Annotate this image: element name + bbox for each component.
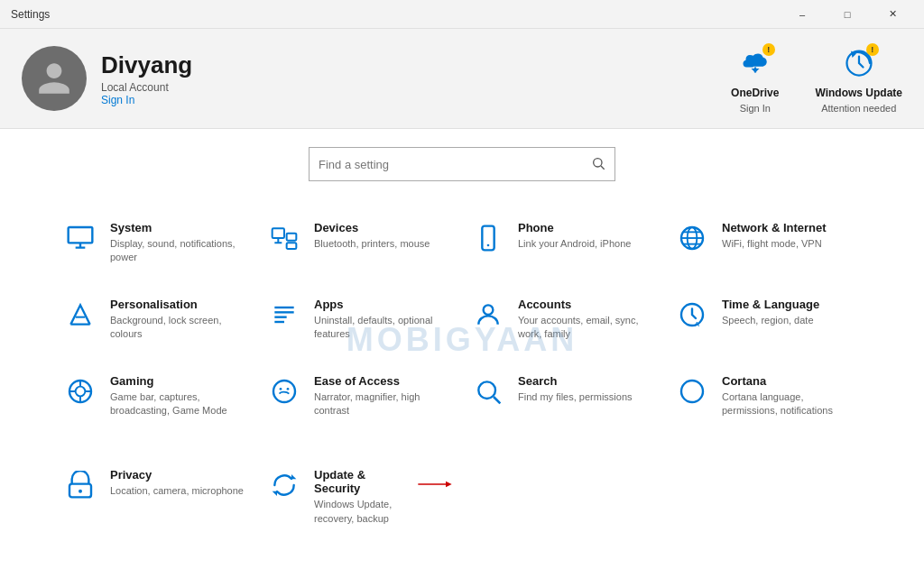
setting-item-network[interactable]: Network & Internet WiFi, flight mode, VP… <box>666 205 870 281</box>
time-text: Time & Language Speech, region, date <box>722 298 819 327</box>
search-title: Search <box>518 374 633 388</box>
close-button[interactable]: ✕ <box>872 0 913 29</box>
gaming-title: Gaming <box>110 374 249 388</box>
svg-point-33 <box>681 381 703 402</box>
minimize-button[interactable]: – <box>781 0 823 29</box>
update-arrow <box>417 475 453 493</box>
user-section: Divyang Local Account Sign In <box>22 46 192 111</box>
svg-point-29 <box>280 388 282 390</box>
apps-text: Apps Uninstall, defaults, optional featu… <box>314 298 453 342</box>
ease-title: Ease of Access <box>314 374 453 388</box>
phone-desc: Link your Android, iPhone <box>518 237 631 251</box>
svg-point-1 <box>594 158 602 166</box>
privacy-desc: Location, camera, microphone <box>110 484 244 498</box>
cortana-desc: Cortana language, permissions, notificat… <box>722 390 861 418</box>
devices-desc: Bluetooth, printers, mouse <box>314 237 430 251</box>
setting-item-search[interactable]: Search Find my files, permissions <box>462 358 666 435</box>
system-icon <box>63 221 97 255</box>
network-title: Network & Internet <box>722 221 827 234</box>
gaming-desc: Game bar, captures, broadcasting, Game M… <box>110 390 249 418</box>
svg-text:A: A <box>695 320 700 328</box>
search-desc: Find my files, permissions <box>518 390 633 404</box>
apps-icon <box>267 298 301 332</box>
update-title: Update & Security <box>314 468 397 495</box>
maximize-button[interactable]: □ <box>827 0 868 29</box>
setting-item-ease[interactable]: Ease of Access Narrator, magnifier, high… <box>258 358 462 435</box>
svg-rect-3 <box>69 227 93 243</box>
ease-icon <box>267 374 301 408</box>
user-name: Divyang <box>101 51 192 79</box>
search-box <box>309 147 615 181</box>
user-info: Divyang Local Account Sign In <box>101 51 192 106</box>
devices-title: Devices <box>314 221 430 234</box>
svg-point-19 <box>484 305 494 315</box>
cortana-icon <box>675 374 709 408</box>
windows-update-badge: ! <box>866 43 879 56</box>
accounts-desc: Your accounts, email, sync, work, family <box>518 314 657 342</box>
phone-icon <box>471 221 505 255</box>
apps-desc: Uninstall, defaults, optional features <box>314 314 453 342</box>
time-desc: Speech, region, date <box>722 314 819 327</box>
setting-item-accounts[interactable]: Accounts Your accounts, email, sync, wor… <box>462 281 666 358</box>
cortana-text: Cortana Cortana language, permissions, n… <box>722 374 861 418</box>
onedrive-sublabel: Sign In <box>740 103 771 114</box>
accounts-icon <box>471 298 505 332</box>
personalisation-icon <box>63 298 97 332</box>
update-desc: Windows Update, recovery, backup <box>314 498 397 526</box>
windows-update-icon-wrap: ! <box>839 43 879 83</box>
setting-item-apps[interactable]: Apps Uninstall, defaults, optional featu… <box>258 281 462 358</box>
bottom-row: Privacy Location, camera, microphone Upd… <box>0 443 924 551</box>
setting-item-phone[interactable]: Phone Link your Android, iPhone <box>462 205 666 281</box>
svg-rect-5 <box>287 234 297 241</box>
sign-in-link[interactable]: Sign In <box>101 94 192 106</box>
accounts-text: Accounts Your accounts, email, sync, wor… <box>518 298 657 342</box>
setting-item-gaming[interactable]: Gaming Game bar, captures, broadcasting,… <box>54 358 258 435</box>
svg-line-32 <box>494 397 500 403</box>
network-desc: WiFi, flight mode, VPN <box>722 237 827 251</box>
header-services: ! OneDrive Sign In ! Windows Update Atte… <box>731 43 902 114</box>
app-title: Settings <box>11 8 50 21</box>
settings-grid: System Display, sound, notifications, po… <box>0 196 924 443</box>
windows-update-service[interactable]: ! Windows Update Attention needed <box>815 43 902 114</box>
windows-update-label: Windows Update <box>815 87 902 99</box>
svg-marker-36 <box>291 474 296 479</box>
svg-rect-7 <box>482 226 494 251</box>
setting-item-devices[interactable]: Devices Bluetooth, printers, mouse <box>258 205 462 281</box>
gaming-text: Gaming Game bar, captures, broadcasting,… <box>110 374 249 418</box>
onedrive-label: OneDrive <box>731 87 779 99</box>
search-icon <box>471 374 505 408</box>
main-content: MOBIGYAAN System Display, sound, notific… <box>0 129 924 551</box>
search-input[interactable] <box>319 158 591 171</box>
setting-item-privacy[interactable]: Privacy Location, camera, microphone <box>54 452 258 542</box>
setting-item-system[interactable]: System Display, sound, notifications, po… <box>54 205 258 281</box>
window-controls: – □ ✕ <box>781 0 913 29</box>
time-icon: A <box>675 298 709 332</box>
svg-point-23 <box>76 386 86 396</box>
title-bar: Settings – □ ✕ <box>0 0 924 29</box>
setting-item-time[interactable]: A Time & Language Speech, region, date <box>666 281 870 358</box>
avatar <box>22 46 87 111</box>
svg-rect-4 <box>273 228 284 238</box>
privacy-icon <box>63 468 97 502</box>
svg-rect-6 <box>287 243 297 249</box>
setting-item-cortana[interactable]: Cortana Cortana language, permissions, n… <box>666 358 870 435</box>
network-text: Network & Internet WiFi, flight mode, VP… <box>722 221 827 251</box>
onedrive-service[interactable]: ! OneDrive Sign In <box>731 43 779 114</box>
personalisation-desc: Background, lock screen, colours <box>110 314 249 342</box>
network-icon <box>675 221 709 255</box>
windows-update-sublabel: Attention needed <box>821 103 896 114</box>
onedrive-badge: ! <box>762 43 775 56</box>
onedrive-icon-wrap: ! <box>735 43 775 83</box>
privacy-text: Privacy Location, camera, microphone <box>110 468 244 498</box>
apps-title: Apps <box>314 298 453 311</box>
user-account-label: Local Account <box>101 81 192 94</box>
svg-line-2 <box>601 166 605 170</box>
setting-item-personalisation[interactable]: Personalisation Background, lock screen,… <box>54 281 258 358</box>
svg-marker-39 <box>446 482 452 488</box>
svg-point-35 <box>79 490 82 493</box>
search-area <box>0 129 924 196</box>
setting-item-update[interactable]: Update & Security Windows Update, recove… <box>258 452 462 542</box>
system-desc: Display, sound, notifications, power <box>110 237 249 265</box>
ease-desc: Narrator, magnifier, high contrast <box>314 390 453 418</box>
personalisation-text: Personalisation Background, lock screen,… <box>110 298 249 342</box>
